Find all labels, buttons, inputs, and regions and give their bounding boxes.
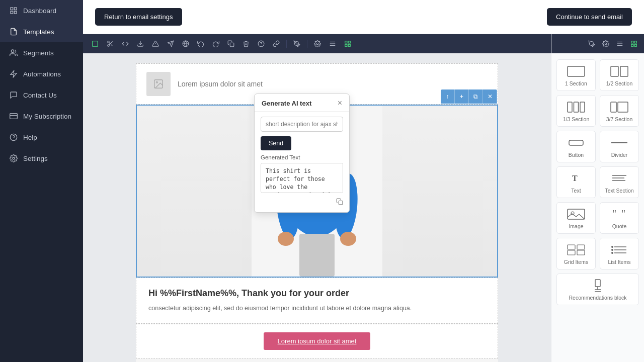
toolbar-alert-icon[interactable]: [149, 38, 162, 50]
block-grid-items[interactable]: Grid Items: [556, 238, 596, 269]
sidebar-item-contact-label: Contact Us: [23, 92, 57, 99]
rp-settings-icon[interactable]: [601, 39, 611, 49]
rp-grid-icon[interactable]: [629, 39, 639, 49]
svg-point-13: [108, 45, 110, 47]
image-copy-btn[interactable]: ⧉: [469, 89, 483, 104]
block-button[interactable]: Button: [556, 131, 596, 162]
svg-rect-62: [611, 66, 618, 76]
sidebar-item-segments-label: Segments: [23, 49, 54, 57]
continue-button[interactable]: Continue to send email: [547, 8, 632, 26]
sidebar-item-subscription[interactable]: My Subscription: [0, 106, 83, 127]
toolbar-copy-icon[interactable]: [225, 38, 237, 50]
svg-line-16: [109, 43, 110, 44]
email-button-section[interactable]: Lorem ipsum dolor sit amet: [136, 324, 498, 358]
sidebar-item-help-label: Help: [23, 134, 37, 141]
toolbar-square-icon[interactable]: [89, 38, 101, 50]
toolbar-send-icon[interactable]: [165, 38, 177, 50]
toolbar-settings-icon[interactable]: [311, 38, 324, 50]
ai-description-input[interactable]: [261, 117, 343, 132]
block-divider-label: Divider: [611, 152, 628, 158]
toolbar-menu-icon[interactable]: [327, 38, 339, 50]
sidebar-item-segments[interactable]: Segments: [0, 42, 83, 63]
block-quote-icon: "": [610, 208, 628, 221]
svg-text:": ": [621, 209, 625, 219]
svg-point-12: [108, 41, 110, 43]
block-text[interactable]: T Text: [556, 166, 596, 198]
ai-generated-textarea[interactable]: This shirt is perfect for those who love…: [261, 163, 343, 193]
svg-point-27: [296, 43, 297, 44]
block-text-section[interactable]: Text Section: [600, 166, 639, 198]
toolbar-code-icon[interactable]: [119, 38, 131, 50]
block-list-items[interactable]: List Items: [600, 238, 639, 269]
toolbar-scissors-icon[interactable]: [104, 38, 116, 50]
ai-popup-body: Send Generated Text This shirt is perfec…: [255, 112, 349, 212]
block-divider[interactable]: Divider: [600, 131, 639, 162]
ai-send-button[interactable]: Send: [261, 136, 291, 150]
sidebar-item-help[interactable]: Help: [0, 127, 83, 148]
toolbar-trash-icon[interactable]: [240, 38, 252, 50]
automations-icon: [9, 69, 18, 78]
sidebar-item-contact-us[interactable]: Contact Us: [0, 84, 83, 106]
toolbar-download-icon[interactable]: [134, 38, 146, 50]
block-37-section[interactable]: 3/7 Section: [600, 95, 639, 127]
sidebar-item-templates[interactable]: Templates: [0, 21, 83, 42]
block-quote[interactable]: "" Quote: [600, 202, 639, 234]
ai-close-button[interactable]: ×: [338, 99, 342, 107]
svg-rect-49: [299, 234, 335, 277]
email-cta-button[interactable]: Lorem ipsum dolor sit amet: [264, 332, 371, 350]
return-button[interactable]: Return to email settings: [95, 8, 182, 26]
block-text-icon: T: [567, 172, 585, 185]
top-bar: Return to email settings Continue to sen…: [83, 0, 644, 34]
block-text-label: Text: [571, 188, 581, 194]
ai-copy-row: [261, 195, 343, 207]
svg-rect-65: [574, 102, 579, 112]
toolbar-divider-1: [286, 40, 287, 48]
block-37-label: 3/7 Section: [606, 116, 633, 122]
svg-point-10: [13, 157, 15, 159]
email-text-section[interactable]: Hi %%FirstName%%, Thank you for your ord…: [136, 278, 498, 324]
sidebar-item-dashboard[interactable]: Dashboard: [0, 0, 83, 21]
block-recommendations[interactable]: Recommendations block: [556, 274, 639, 305]
block-image-icon: [567, 208, 585, 221]
sidebar-item-settings[interactable]: Settings: [0, 148, 83, 169]
image-move-up-btn[interactable]: ↑: [441, 89, 455, 104]
toolbar-link-icon[interactable]: [270, 38, 282, 50]
ai-popup-header: Generate AI text ×: [255, 94, 349, 112]
toolbar-help-icon[interactable]: [255, 38, 267, 50]
toolbar-paint-icon[interactable]: [291, 38, 303, 50]
image-add-btn[interactable]: +: [455, 89, 469, 104]
block-1-section-label: 1 Section: [565, 80, 587, 86]
svg-rect-11: [93, 41, 98, 47]
toolbar-globe-icon[interactable]: [180, 38, 192, 50]
toolbar-divider-2: [307, 40, 307, 48]
sidebar-item-dashboard-label: Dashboard: [23, 7, 56, 15]
svg-rect-1: [14, 8, 17, 10]
ai-copy-button[interactable]: [336, 198, 343, 205]
image-delete-btn[interactable]: ✕: [483, 89, 497, 104]
block-1-section[interactable]: 1 Section: [556, 59, 596, 91]
svg-rect-0: [11, 8, 13, 10]
toolbar-grid-active-icon[interactable]: [342, 38, 354, 50]
rp-paint-icon[interactable]: [587, 39, 597, 49]
toolbar-undo-icon[interactable]: [195, 38, 207, 50]
svg-rect-89: [595, 280, 600, 287]
sidebar-item-automations[interactable]: Automations: [0, 63, 83, 84]
blocks-panel: 1 Section 1/2 Section 1/3 Section: [551, 53, 644, 311]
svg-rect-3: [14, 11, 17, 14]
toolbar-redo-icon[interactable]: [210, 38, 222, 50]
right-panel-toolbar: [551, 34, 644, 53]
block-image[interactable]: Image: [556, 202, 596, 234]
sidebar-item-templates-label: Templates: [23, 28, 54, 36]
svg-point-37: [156, 81, 157, 83]
block-1-section-icon: [567, 65, 585, 78]
block-text-section-icon: [610, 172, 628, 185]
rp-menu-icon[interactable]: [615, 39, 625, 49]
svg-rect-63: [620, 66, 628, 76]
block-37-icon: [610, 101, 628, 114]
svg-rect-59: [631, 44, 633, 46]
block-third-section[interactable]: 1/3 Section: [556, 95, 596, 127]
block-half-section[interactable]: 1/2 Section: [600, 59, 639, 91]
svg-rect-57: [631, 41, 633, 43]
svg-point-53: [605, 43, 607, 45]
block-grid-label: Grid Items: [564, 259, 588, 265]
